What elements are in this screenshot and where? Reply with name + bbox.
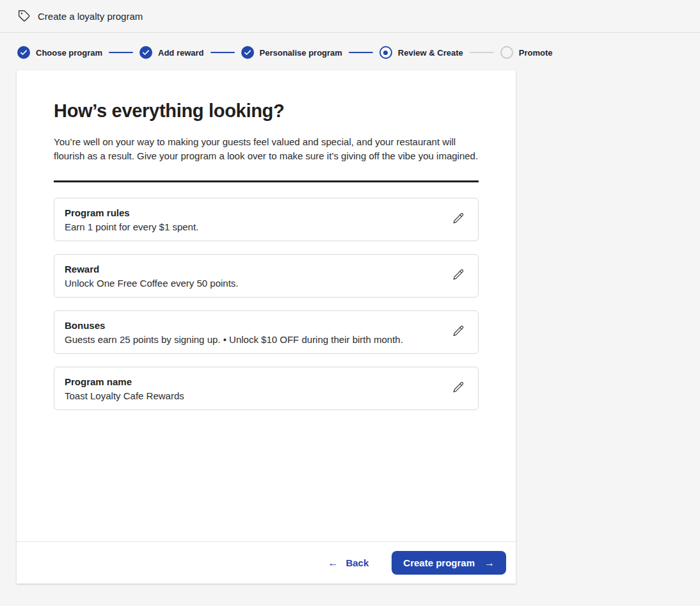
page-header: Create a loyalty program: [0, 0, 700, 33]
section-text: Reward Unlock One Free Coffee every 50 p…: [65, 264, 239, 289]
step-connector: [211, 52, 235, 53]
wizard-stepper: Choose program Add reward Personalise pr…: [17, 46, 700, 59]
section-title: Program rules: [65, 207, 198, 218]
section-description: Toast Loyalty Cafe Rewards: [65, 390, 184, 401]
card-footer: ← Back Create program →: [17, 541, 516, 584]
back-button[interactable]: ← Back: [324, 557, 372, 569]
pencil-icon: [452, 212, 465, 227]
pencil-icon: [452, 324, 465, 340]
step-current-icon: [379, 46, 392, 59]
step-choose-program[interactable]: Choose program: [17, 46, 102, 59]
step-upcoming-icon: [500, 46, 513, 59]
page-title: How’s everything looking?: [54, 100, 479, 122]
program-name-section: Program name Toast Loyalty Cafe Rewards: [54, 367, 479, 410]
section-description: Unlock One Free Coffee every 50 points.: [65, 278, 239, 289]
edit-program-name-button[interactable]: [449, 379, 468, 398]
step-promote[interactable]: Promote: [500, 46, 553, 59]
step-label: Add reward: [158, 48, 204, 58]
step-complete-check-icon: [139, 46, 152, 59]
step-personalise-program[interactable]: Personalise program: [241, 46, 342, 59]
step-complete-check-icon: [17, 46, 30, 59]
section-text: Bonuses Guests earn 25 points by signing…: [65, 320, 403, 345]
section-title: Reward: [65, 264, 239, 275]
program-rules-section: Program rules Earn 1 point for every $1 …: [54, 198, 479, 241]
review-card: How’s everything looking? You’re well on…: [17, 70, 516, 584]
section-description: Guests earn 25 points by signing up. • U…: [65, 334, 403, 345]
section-text: Program name Toast Loyalty Cafe Rewards: [65, 376, 184, 401]
edit-program-rules-button[interactable]: [449, 210, 468, 229]
create-program-label: Create program: [403, 557, 475, 568]
step-add-reward[interactable]: Add reward: [139, 46, 204, 59]
section-text: Program rules Earn 1 point for every $1 …: [65, 207, 198, 232]
section-title: Bonuses: [65, 320, 403, 331]
arrow-left-icon: ←: [328, 558, 338, 568]
create-program-button[interactable]: Create program →: [392, 551, 506, 575]
page-header-title: Create a loyalty program: [38, 11, 143, 22]
step-connector: [109, 52, 133, 53]
arrow-right-icon: →: [484, 558, 495, 568]
step-connector: [470, 52, 494, 53]
back-button-label: Back: [346, 557, 369, 568]
step-connector: [349, 52, 373, 53]
step-label: Personalise program: [260, 48, 342, 58]
reward-section: Reward Unlock One Free Coffee every 50 p…: [54, 254, 479, 298]
step-label: Choose program: [36, 48, 102, 58]
review-card-body: How’s everything looking? You’re well on…: [17, 70, 516, 541]
step-review-create[interactable]: Review & Create: [379, 46, 463, 59]
step-label: Promote: [519, 48, 553, 58]
section-description: Earn 1 point for every $1 spent.: [65, 221, 198, 232]
step-label: Review & Create: [398, 48, 463, 58]
divider: [54, 180, 479, 182]
edit-reward-button[interactable]: [449, 266, 468, 285]
edit-bonuses-button[interactable]: [449, 323, 468, 342]
bonuses-section: Bonuses Guests earn 25 points by signing…: [54, 310, 479, 354]
tag-icon: [18, 10, 31, 22]
pencil-icon: [452, 381, 465, 396]
pencil-icon: [452, 268, 465, 283]
step-complete-check-icon: [241, 46, 254, 59]
section-title: Program name: [65, 376, 184, 387]
intro-text: You’re well on your way to making your g…: [54, 135, 479, 163]
